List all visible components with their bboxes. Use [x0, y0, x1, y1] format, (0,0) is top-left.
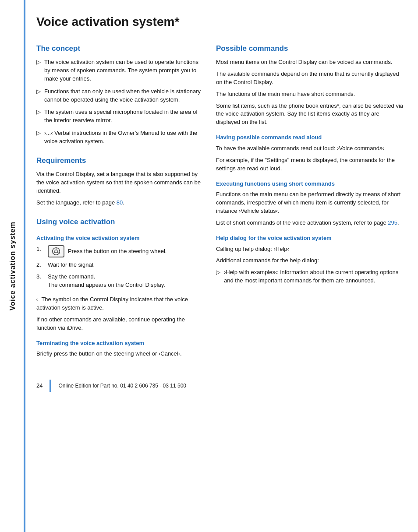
concept-bullet-4-text: ›...‹ Verbal instructions in the Owner's… — [44, 129, 203, 146]
concept-bullet-1-text: The voice activation system can be used … — [44, 58, 203, 83]
two-column-layout: The concept ▷ The voice activation syste… — [36, 43, 405, 362]
help-dialog-bullet-1: ▷ ›Help with examples‹: information abou… — [216, 268, 405, 285]
help-bullet-arrow: ▷ — [216, 268, 220, 277]
step-3-detail: The command appears on the Control Displ… — [48, 282, 165, 288]
bullet-arrow-3: ▷ — [36, 108, 41, 116]
step-2: 2. Wait for the signal. — [36, 261, 203, 269]
help-dialog-text1: Calling up help dialog: ›Help‹ — [216, 245, 405, 254]
step-3-number: 3. — [36, 273, 43, 281]
step-1-content: 𝇋 Press the button on the steering wheel… — [48, 245, 166, 257]
read-aloud-text1: To have the available commands read out … — [216, 144, 405, 153]
step-2-text: Wait for the signal. — [48, 261, 95, 269]
requirements-text2: Set the language, refer to page 80. — [36, 199, 203, 207]
possible-commands-text2: The available commands depend on the men… — [216, 70, 405, 87]
concept-bullet-4: ▷ ›...‹ Verbal instructions in the Owner… — [36, 129, 203, 146]
help-dialog-bullet-1-text: ›Help with examples‹: information about … — [224, 268, 405, 285]
right-column: Possible commands Most menu items on the… — [216, 43, 405, 362]
concept-bullet-list: ▷ The voice activation system can be use… — [36, 58, 203, 146]
step-3-text: Say the command. — [48, 273, 95, 280]
main-content: Voice activation system* The concept ▷ T… — [25, 0, 418, 532]
short-commands-text2: List of short commands of the voice acti… — [216, 219, 405, 227]
possible-commands-heading: Possible commands — [216, 43, 405, 54]
possible-commands-text4: Some list items, such as the phone book … — [216, 102, 405, 127]
activating-subheading: Activating the voice activation system — [36, 234, 203, 243]
page-container: Voice activation system Voice activation… — [0, 0, 418, 532]
step-3-content: Say the command. The command appears on … — [48, 273, 165, 289]
concept-bullet-2: ▷ Functions that can only be used when t… — [36, 88, 203, 104]
page-title: Voice activation system* — [36, 13, 405, 31]
activating-note2: If no other commands are available, cont… — [36, 316, 203, 332]
bullet-arrow-4: ▷ — [36, 129, 41, 137]
sidebar: Voice activation system — [0, 0, 25, 532]
step-3: 3. Say the command. The command appears … — [36, 273, 203, 289]
concept-heading: The concept — [36, 43, 203, 54]
requirements-page-ref[interactable]: 80 — [117, 199, 123, 206]
bullet-arrow-2: ▷ — [36, 88, 41, 96]
step-1: 1. 𝇋 — [36, 245, 203, 257]
using-heading: Using voice activation — [36, 217, 203, 228]
requirements-heading: Requirements — [36, 155, 203, 166]
short-commands-text1: Functions on the main menu can be perfor… — [216, 190, 405, 215]
step-2-number: 2. — [36, 261, 43, 269]
sidebar-label: Voice activation system — [7, 222, 18, 310]
steering-wheel-icon: 𝇋 — [48, 245, 64, 257]
help-dialog-text2: Additional commands for the help dialog: — [216, 257, 405, 265]
voice-active-icon: 𝇋 — [36, 295, 39, 303]
possible-commands-text1: Most menu items on the Control Display c… — [216, 58, 405, 67]
footer-blue-bar — [50, 380, 51, 392]
concept-bullet-3: ▷ The system uses a special microphone l… — [36, 108, 203, 125]
requirements-text1: Via the Control Display, set a language … — [36, 170, 203, 195]
page-number: 24 — [36, 382, 43, 390]
concept-bullet-3-text: The system uses a special microphone loc… — [44, 108, 203, 125]
activating-note1: 𝇋 The symbol on the Control Display indi… — [36, 294, 203, 312]
sidebar-blue-bar — [24, 0, 25, 532]
left-column: The concept ▷ The voice activation syste… — [36, 43, 203, 362]
step-1-number: 1. — [36, 245, 43, 254]
footer-note: Online Edition for Part no. 01 40 2 606 … — [58, 382, 186, 390]
terminating-text: Briefly press the button on the steering… — [36, 350, 203, 358]
read-aloud-text2: For example, if the "Settings" menu is d… — [216, 156, 405, 173]
possible-commands-text3: The functions of the main menu have shor… — [216, 90, 405, 99]
terminating-subheading: Terminating the voice activation system — [36, 339, 203, 348]
steering-wheel-svg: 𝇋 — [51, 247, 61, 256]
short-commands-page-ref[interactable]: 295 — [388, 219, 397, 226]
svg-text:𝇋: 𝇋 — [55, 249, 55, 251]
concept-bullet-1: ▷ The voice activation system can be use… — [36, 58, 203, 83]
step-1-text: Press the button on the steering wheel. — [68, 247, 166, 256]
concept-bullet-2-text: Functions that can only be used when the… — [44, 88, 203, 104]
bullet-arrow-1: ▷ — [36, 58, 41, 67]
help-dialog-subheading: Help dialog for the voice activation sys… — [216, 234, 405, 243]
read-aloud-subheading: Having possible commands read aloud — [216, 134, 405, 142]
activating-steps-list: 1. 𝇋 — [36, 245, 203, 289]
short-commands-subheading: Executing functions using short commands — [216, 180, 405, 188]
help-dialog-bullets: ▷ ›Help with examples‹: information abou… — [216, 268, 405, 285]
page-footer: 24 Online Edition for Part no. 01 40 2 6… — [36, 375, 405, 392]
